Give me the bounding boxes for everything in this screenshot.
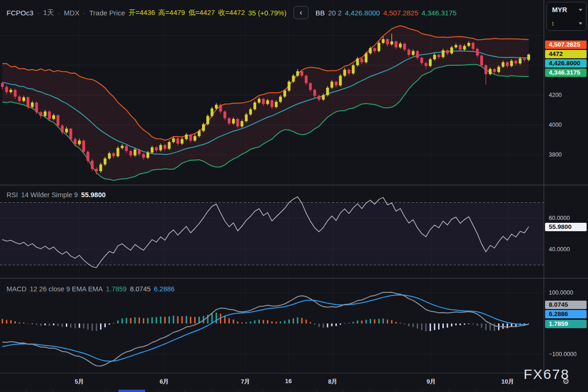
macd-signal-value: 6.2886: [154, 285, 175, 293]
bb-upper-price-tag: 4,507.2825: [545, 41, 587, 49]
high-value: 高=4479: [158, 8, 185, 17]
chevron-down-icon: [579, 22, 582, 25]
macd-value-tag: 8.0745: [545, 301, 587, 309]
strip-divider: [528, 390, 528, 392]
macd-indicator-label: MACD: [7, 285, 27, 293]
bb-lower-value: 4,346.3175: [421, 9, 456, 17]
bb-lower-price-tag: 4,346.3175: [545, 69, 587, 77]
rsi-value-tag: 55.9800: [545, 223, 587, 231]
strip-divider: [343, 390, 343, 392]
strip-divider: [211, 390, 211, 392]
macd-hist-value: 1.7859: [106, 285, 126, 293]
strip-divider: [238, 390, 238, 392]
strip-divider: [53, 390, 53, 392]
strip-divider: [290, 390, 291, 392]
rsi-tick: 40.0000: [549, 246, 570, 253]
rsi-value: 55.9800: [81, 191, 105, 199]
main-legend: FCPOc3 · 1天 · MDX · Trade Price 开=4436 高…: [7, 6, 456, 19]
strip-divider: [422, 390, 423, 392]
price-tick: 4000: [549, 122, 562, 128]
close-value: 收=4472: [218, 8, 245, 17]
strip-divider: [475, 390, 476, 392]
time-tick: 16: [285, 378, 292, 385]
time-tick: 7月: [241, 378, 250, 386]
exchange-label: MDX: [64, 9, 79, 17]
macd-params: 12 26 close 9 EMA EMA: [30, 285, 103, 293]
unit-value: t: [552, 20, 554, 27]
change-value: 35 (+0.79%): [248, 9, 287, 17]
symbol-label: FCPOc3: [7, 9, 34, 17]
collapse-legend-button[interactable]: ‹: [294, 6, 308, 19]
time-axis[interactable]: 5月6月7月168月9月10月: [0, 373, 544, 390]
time-tick: 8月: [328, 378, 337, 386]
strip-divider: [185, 390, 185, 392]
strip-divider: [370, 390, 370, 392]
time-tick: 9月: [427, 378, 436, 386]
time-tick: 10月: [501, 378, 514, 386]
series-type-label: Trade Price: [89, 9, 125, 17]
interval-label: 1天: [43, 8, 54, 17]
rsi-tick: 60.0000: [549, 215, 570, 221]
strip-divider: [317, 390, 317, 392]
hist-value-tag: 1.7859: [545, 320, 587, 328]
macd-line-value: 8.0745: [130, 285, 150, 293]
rsi-params: 14 Wilder Simple 9: [21, 191, 78, 199]
time-tick: 5月: [75, 378, 84, 386]
time-tick: 6月: [160, 378, 169, 386]
strip-divider: [264, 390, 264, 392]
currency-unit-selector: MYR t: [546, 2, 587, 31]
signal-value-tag: 6.2886: [545, 310, 587, 318]
bb-indicator-label: BB: [315, 9, 325, 17]
strip-divider: [79, 390, 79, 392]
strip-divider: [502, 390, 502, 392]
strip-divider: [26, 390, 27, 392]
bb-upper-value: 4,507.2825: [383, 9, 418, 17]
unit-dropdown[interactable]: t: [552, 17, 582, 30]
bb-params: 20 2: [328, 9, 342, 17]
rsi-legend: RSI 14 Wilder Simple 9 55.9800: [7, 191, 105, 199]
macd-tick: −100.0000: [549, 351, 576, 358]
strip-divider: [449, 390, 449, 392]
bb-basis-price-tag: 4,426.8000: [545, 59, 587, 68]
strip-divider: [158, 390, 159, 392]
currency-dropdown[interactable]: MYR: [552, 3, 582, 16]
gear-icon[interactable]: ⚙: [562, 377, 569, 386]
low-value: 低=4427: [188, 8, 215, 17]
price-axis[interactable]: 4,507.2825 4472 4,426.8000 4,346.3175 55…: [544, 0, 588, 373]
scroll-strip[interactable]: [0, 390, 544, 392]
strip-divider: [105, 390, 106, 392]
chart-window: FCPOc3 · 1天 · MDX · Trade Price 开=4436 高…: [0, 0, 588, 392]
price-tick: 4200: [549, 92, 562, 98]
rsi-indicator-label: RSI: [7, 191, 18, 199]
bb-basis-value: 4,426.8000: [345, 9, 380, 17]
price-tick: 3800: [549, 151, 562, 158]
strip-divider: [396, 390, 396, 392]
strip-active-segment[interactable]: [119, 390, 145, 392]
macd-legend: MACD 12 26 close 9 EMA EMA 1.7859 8.0745…: [7, 285, 175, 293]
chevron-down-icon: [579, 9, 582, 11]
last-price-tag: 4472: [545, 50, 587, 58]
open-value: 开=4436: [128, 8, 155, 17]
macd-tick: 100.0000: [549, 289, 573, 296]
currency-value: MYR: [552, 6, 567, 14]
